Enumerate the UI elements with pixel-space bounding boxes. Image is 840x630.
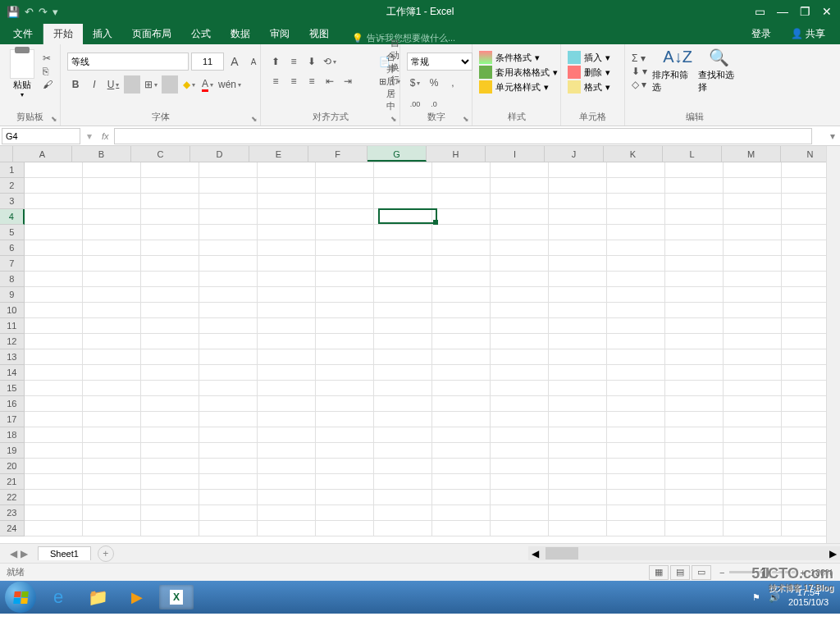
cell[interactable] [316,365,374,381]
cell[interactable] [432,240,491,256]
cell[interactable] [549,381,607,396]
cell[interactable] [665,162,724,178]
shrink-font-button[interactable]: A [245,52,262,71]
cell[interactable] [432,412,491,427]
cell[interactable] [491,443,549,459]
cell[interactable] [374,443,432,459]
align-left-button[interactable]: ≡ [267,72,284,90]
row-header[interactable]: 12 [0,334,25,349]
cell[interactable] [25,194,83,209]
cell[interactable] [258,303,316,318]
row-header[interactable]: 19 [0,443,25,459]
column-header[interactable]: K [604,146,663,162]
cell[interactable] [724,521,782,536]
cell[interactable] [432,303,491,318]
cell[interactable] [549,474,607,490]
cell[interactable] [199,178,258,194]
cell[interactable] [25,240,83,256]
cell[interactable] [491,334,549,349]
cell[interactable] [607,303,665,318]
cell[interactable] [199,318,258,334]
cell[interactable] [258,287,316,303]
cell[interactable] [607,349,665,365]
row-header[interactable]: 5 [0,225,25,240]
cell[interactable] [549,521,607,536]
cell[interactable] [491,225,549,240]
cell[interactable] [199,490,258,505]
cell[interactable] [258,194,316,209]
cell[interactable] [607,474,665,490]
cell[interactable] [432,349,491,365]
cell[interactable] [665,194,724,209]
cell[interactable] [491,505,549,521]
cell[interactable] [374,334,432,349]
cell[interactable] [25,303,83,318]
cell[interactable] [665,381,724,396]
cell[interactable] [199,365,258,381]
cell[interactable] [432,209,491,225]
cell[interactable] [83,412,141,427]
cell[interactable] [724,318,782,334]
cell[interactable] [491,240,549,256]
cell[interactable] [258,443,316,459]
ribbon-options-icon[interactable]: ▭ [755,5,765,18]
cell[interactable] [432,162,491,178]
row-header[interactable]: 17 [0,412,25,427]
cell[interactable] [724,349,782,365]
cell[interactable] [491,272,549,287]
cell[interactable] [607,396,665,412]
cell[interactable] [724,396,782,412]
column-header[interactable]: H [427,146,486,162]
cell[interactable] [141,318,199,334]
cell[interactable] [83,443,141,459]
cell[interactable] [374,505,432,521]
cell[interactable] [665,490,724,505]
merge-center-button[interactable]: ⊞ 合并后居中 [379,72,400,90]
cell[interactable] [491,427,549,443]
grid-body[interactable]: 123456789101112131415161718192021222324 [0,162,840,536]
cell[interactable] [432,178,491,194]
cell[interactable] [199,521,258,536]
cell[interactable] [665,443,724,459]
cell[interactable] [316,396,374,412]
cell[interactable] [83,272,141,287]
cell[interactable] [199,443,258,459]
cell[interactable] [25,459,83,474]
cell[interactable] [83,162,141,178]
expand-formula-icon[interactable]: ▾ [825,130,840,142]
row-header[interactable]: 3 [0,194,25,209]
cell[interactable] [491,209,549,225]
cell[interactable] [491,521,549,536]
cell[interactable] [83,318,141,334]
cell[interactable] [141,349,199,365]
cell[interactable] [316,178,374,194]
column-header[interactable]: I [486,146,545,162]
phonetic-button[interactable]: wén [218,75,241,94]
cell[interactable] [724,334,782,349]
zoom-out-icon[interactable]: − [719,568,724,578]
cell[interactable] [607,505,665,521]
bold-button[interactable]: B [67,75,84,94]
cell[interactable] [665,287,724,303]
insert-cells-button[interactable]: 插入 ▾ [568,51,610,64]
cell[interactable] [316,505,374,521]
column-header[interactable]: C [131,146,190,162]
cell[interactable] [83,427,141,443]
cell[interactable] [724,505,782,521]
cell[interactable] [491,194,549,209]
cell[interactable] [549,303,607,318]
cell[interactable] [199,209,258,225]
grow-font-button[interactable]: A [226,52,243,71]
cell[interactable] [25,505,83,521]
cell[interactable] [665,365,724,381]
cell[interactable] [724,209,782,225]
cell[interactable] [258,209,316,225]
cell[interactable] [199,505,258,521]
align-top-button[interactable]: ⬆ [267,52,284,71]
namebox-dropdown-icon[interactable]: ▾ [87,130,92,142]
column-header[interactable]: L [663,146,722,162]
cell[interactable] [607,287,665,303]
row-header[interactable]: 7 [0,256,25,272]
cell[interactable] [549,287,607,303]
share-button[interactable]: 👤 共享 [781,24,835,44]
